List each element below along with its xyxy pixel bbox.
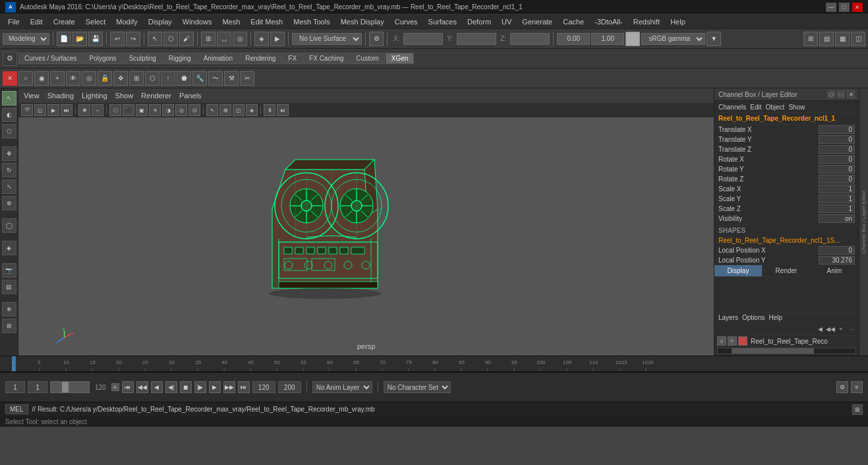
shelf-icon-tool[interactable]: ⚒ bbox=[224, 71, 239, 86]
cb-channels-menu[interactable]: Channels bbox=[718, 104, 746, 111]
pb-options-btn[interactable]: ≡ bbox=[851, 381, 863, 393]
cb-edit-menu[interactable]: Edit bbox=[750, 104, 761, 111]
menu-item-deform[interactable]: Deform bbox=[462, 16, 496, 27]
timeline[interactable]: 1 5 10 15 20 25 30 35 40 45 50 55 60 bbox=[0, 356, 868, 372]
cb-localpos-y-value[interactable] bbox=[819, 256, 855, 264]
le-delete-icon[interactable]: - bbox=[847, 325, 856, 334]
render-tab[interactable]: Render bbox=[763, 265, 811, 276]
construction-icon[interactable]: ⚙ bbox=[369, 32, 384, 46]
save-file-icon[interactable]: 💾 bbox=[88, 32, 103, 46]
show-manip-btn[interactable]: ◈ bbox=[2, 241, 16, 255]
shelf-tab-animation[interactable]: Animation bbox=[198, 53, 239, 64]
shelf-icon-dot-circle[interactable]: ◉ bbox=[34, 71, 49, 86]
options-icon-3[interactable]: ▦ bbox=[835, 32, 850, 46]
snap-point-icon[interactable]: ◎ bbox=[233, 32, 247, 46]
open-file-icon[interactable]: 📂 bbox=[72, 32, 87, 46]
shelf-icon-circle[interactable]: ○ bbox=[18, 71, 33, 86]
gamma-expand-icon[interactable]: ▼ bbox=[707, 32, 721, 46]
cb-translate-y-value[interactable] bbox=[819, 135, 855, 144]
shelf-icon-wrench[interactable]: 🔧 bbox=[192, 71, 207, 86]
viewport[interactable]: ViewShadingLightingShowRendererPanels 🎬 … bbox=[18, 88, 714, 356]
menu-item-display[interactable]: Display bbox=[143, 16, 177, 27]
step-back-btn[interactable]: ◀◀ bbox=[136, 381, 148, 393]
cb-translate-x-value[interactable] bbox=[819, 125, 855, 134]
shelf-tab-polygons[interactable]: Polygons bbox=[83, 53, 122, 64]
render-icon[interactable]: ◈ bbox=[254, 32, 269, 46]
paint-icon[interactable]: 🖌 bbox=[179, 32, 194, 46]
vp-light-btn[interactable]: ☀ bbox=[149, 104, 161, 116]
ipr-icon[interactable]: ▶ bbox=[270, 32, 285, 46]
cb-show-menu[interactable]: Show bbox=[788, 104, 805, 111]
shelf-icon-grid[interactable]: ⊞ bbox=[129, 71, 144, 86]
shelf-icon-move[interactable]: ✥ bbox=[113, 71, 128, 86]
vp-select-btn[interactable]: ↖ bbox=[206, 104, 218, 116]
anim-tab[interactable]: Anim bbox=[811, 265, 859, 276]
vp-render-btn[interactable]: ◈ bbox=[246, 104, 258, 116]
cb-rotate-y-value[interactable] bbox=[819, 165, 855, 173]
prev-frame-btn[interactable]: ◀ bbox=[151, 381, 163, 393]
le-playback-toggle[interactable]: P bbox=[728, 336, 737, 346]
le-back2-icon[interactable]: ◀◀ bbox=[826, 325, 835, 334]
shelf-icon-x2[interactable]: ✂ bbox=[240, 71, 254, 86]
vp-shadow-btn[interactable]: ◑ bbox=[162, 104, 174, 116]
shelf-icon-wave[interactable]: 〜 bbox=[208, 71, 223, 86]
vp-hud-btn[interactable]: ⊞ bbox=[219, 104, 231, 116]
cb-object-menu[interactable]: Object bbox=[766, 104, 785, 111]
shelf-tab-fx[interactable]: FX bbox=[282, 53, 303, 64]
snap-curve-icon[interactable]: ◡ bbox=[217, 32, 231, 46]
soft-mod-btn[interactable]: ◯ bbox=[2, 218, 16, 233]
pb-settings-btn[interactable]: ⚙ bbox=[836, 381, 848, 393]
shelf-icon-poly[interactable]: ⬟ bbox=[177, 71, 191, 86]
camera-btn[interactable]: 📷 bbox=[2, 263, 16, 278]
shelf-icon-add[interactable]: + bbox=[50, 71, 65, 86]
cb-rotate-x-value[interactable] bbox=[819, 155, 855, 164]
shelf-tab-xgen[interactable]: XGen bbox=[386, 53, 415, 64]
le-new-icon[interactable]: + bbox=[836, 325, 846, 334]
undo-icon[interactable]: ↩ bbox=[110, 32, 125, 46]
live-surface-selector[interactable]: No Live Surface bbox=[292, 33, 362, 45]
current-frame-input[interactable] bbox=[5, 381, 25, 393]
cb-translate-z-value[interactable] bbox=[819, 145, 855, 154]
range-expand-btn[interactable]: ≡ bbox=[111, 383, 119, 391]
value1-input[interactable] bbox=[557, 33, 590, 45]
vp-skip-btn[interactable]: ⏭ bbox=[61, 104, 72, 116]
menu-item--3dtoall-[interactable]: -3DtoAll- bbox=[589, 16, 628, 27]
gamma-selector[interactable]: sRGB gamma bbox=[641, 33, 705, 45]
vp-camera-btn[interactable]: 🎬 bbox=[21, 104, 33, 116]
le-help-menu[interactable]: Help bbox=[768, 314, 782, 321]
cb-scale-z-value[interactable] bbox=[819, 204, 855, 213]
go-start-btn[interactable]: ⏮ bbox=[122, 381, 134, 393]
stop-btn[interactable]: ◼ bbox=[180, 381, 192, 393]
vp-anim-btn[interactable]: ▶ bbox=[47, 104, 59, 116]
shelf-icon-lock[interactable]: 🔒 bbox=[98, 71, 112, 86]
vp-xray-btn[interactable]: ◎ bbox=[175, 104, 187, 116]
display-tab[interactable]: Display bbox=[714, 265, 763, 276]
vp-film-btn[interactable]: ◱ bbox=[34, 104, 46, 116]
cb-visibility-value[interactable] bbox=[819, 214, 855, 223]
layout-btn[interactable]: ▤ bbox=[2, 280, 16, 294]
shelf-tab-curves--surfaces[interactable]: Curves / Surfaces bbox=[18, 53, 82, 64]
vp-pan-btn[interactable]: ↔ bbox=[92, 104, 103, 116]
shelf-icon-eye[interactable]: 👁 bbox=[66, 71, 80, 86]
le-layer-color[interactable] bbox=[738, 336, 747, 346]
shelf-settings-icon[interactable]: ⚙ bbox=[3, 51, 17, 66]
vp-texture-btn[interactable]: ▣ bbox=[136, 104, 148, 116]
shelf-icon-x[interactable]: ✕ bbox=[3, 71, 17, 86]
menu-item-surfaces[interactable]: Surfaces bbox=[423, 16, 462, 27]
translate-z-input[interactable] bbox=[510, 33, 550, 45]
cb-float-btn[interactable]: ⬡ bbox=[827, 90, 835, 98]
vp-wireframe-btn[interactable]: ⬡ bbox=[109, 104, 121, 116]
menu-item-edit[interactable]: Edit bbox=[25, 16, 48, 27]
menu-item-windows[interactable]: Windows bbox=[177, 16, 217, 27]
select-tool-btn[interactable]: ↖ bbox=[2, 91, 16, 106]
menu-item-cache[interactable]: Cache bbox=[558, 16, 589, 27]
shelf-tab-fx-caching[interactable]: FX Caching bbox=[303, 53, 349, 64]
cb-localpos-x-value[interactable] bbox=[819, 246, 855, 255]
rotate-tool-btn[interactable]: ↻ bbox=[2, 163, 16, 177]
play-fwd-btn[interactable]: ▶ bbox=[209, 381, 221, 393]
new-file-icon[interactable]: 📄 bbox=[57, 32, 71, 46]
transform-tool-btn[interactable]: ⊕ bbox=[2, 196, 16, 210]
menu-item-mesh-tools[interactable]: Mesh Tools bbox=[288, 16, 335, 27]
step-fwd-btn[interactable]: ▶▶ bbox=[223, 381, 235, 393]
menu-item-uv[interactable]: UV bbox=[496, 16, 517, 27]
